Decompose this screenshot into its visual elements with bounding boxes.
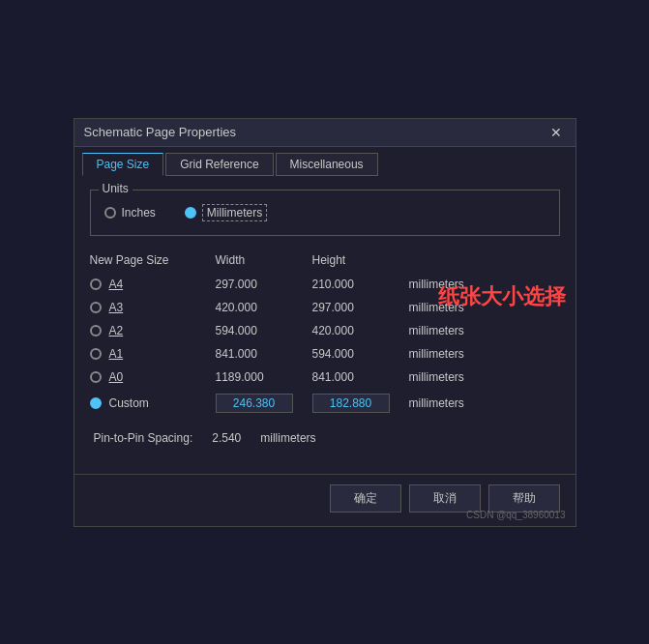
a4-width: 297.000 bbox=[216, 278, 312, 291]
a0-radio[interactable] bbox=[90, 371, 102, 383]
a3-label: A3 bbox=[109, 301, 124, 314]
tab-page-size[interactable]: Page Size bbox=[82, 153, 164, 176]
a0-unit: millimeters bbox=[409, 370, 560, 384]
cancel-button[interactable]: 取消 bbox=[409, 484, 481, 512]
pin-spacing-row: Pin-to-Pin Spacing: 2.540 millimeters bbox=[90, 431, 560, 445]
pin-spacing-label: Pin-to-Pin Spacing: bbox=[94, 431, 193, 445]
units-group-label: Units bbox=[99, 182, 133, 195]
tab-grid-reference[interactable]: Grid Reference bbox=[165, 153, 273, 176]
dialog: Schematic Page Properties ✕ Page Size Gr… bbox=[74, 118, 576, 527]
millimeters-radio[interactable] bbox=[185, 207, 196, 219]
row-label-a4[interactable]: A4 bbox=[90, 278, 216, 291]
custom-unit: millimeters bbox=[409, 396, 560, 410]
a4-radio[interactable] bbox=[90, 278, 102, 290]
a1-label: A1 bbox=[109, 347, 124, 361]
a2-radio[interactable] bbox=[90, 325, 102, 337]
table-row: A2 594.000 420.000 millimeters bbox=[90, 319, 560, 342]
a2-unit: millimeters bbox=[409, 324, 560, 337]
col-width-header: Width bbox=[216, 253, 312, 267]
table-row: Custom millimeters bbox=[90, 389, 560, 418]
row-label-a1[interactable]: A1 bbox=[90, 347, 216, 361]
row-label-a2[interactable]: A2 bbox=[90, 324, 216, 337]
col-page-size-header: New Page Size bbox=[90, 253, 216, 267]
row-label-custom[interactable]: Custom bbox=[90, 396, 216, 410]
row-label-a3[interactable]: A3 bbox=[90, 301, 216, 314]
content-area: Units Inches Millimeters 纸张大小选择 New Page… bbox=[74, 176, 575, 474]
dialog-title: Schematic Page Properties bbox=[84, 125, 237, 139]
watermark: CSDN @qq_38960013 bbox=[466, 510, 565, 520]
confirm-button[interactable]: 确定 bbox=[330, 484, 401, 512]
a1-height: 594.000 bbox=[312, 347, 409, 361]
a0-height: 841.000 bbox=[312, 370, 409, 384]
col-unit-header bbox=[409, 253, 560, 267]
custom-label: Custom bbox=[109, 396, 149, 410]
a4-label: A4 bbox=[109, 278, 124, 291]
a3-width: 420.000 bbox=[216, 301, 312, 314]
inches-option[interactable]: Inches bbox=[104, 206, 156, 220]
units-group: Units Inches Millimeters bbox=[90, 190, 560, 236]
a4-height: 210.000 bbox=[312, 278, 409, 291]
custom-width-input[interactable] bbox=[216, 394, 293, 413]
inches-label: Inches bbox=[122, 206, 156, 220]
a3-radio[interactable] bbox=[90, 302, 102, 313]
table-row: A1 841.000 594.000 millimeters bbox=[90, 342, 560, 366]
a1-radio[interactable] bbox=[90, 348, 102, 360]
a2-height: 420.000 bbox=[312, 324, 409, 337]
chinese-annotation: 纸张大小选择 bbox=[438, 282, 566, 311]
a2-label: A2 bbox=[109, 324, 124, 337]
table-row: A0 1189.000 841.000 millimeters bbox=[90, 366, 560, 389]
close-button[interactable]: ✕ bbox=[546, 125, 566, 140]
a0-label: A0 bbox=[109, 370, 124, 384]
inches-radio[interactable] bbox=[104, 207, 116, 219]
a0-width: 1189.000 bbox=[216, 370, 312, 384]
page-size-table: New Page Size Width Height A4 297.000 21… bbox=[90, 249, 560, 418]
tab-miscellaneous[interactable]: Miscellaneous bbox=[276, 153, 378, 176]
row-label-a0[interactable]: A0 bbox=[90, 370, 216, 384]
pin-spacing-value: 2.540 bbox=[212, 431, 241, 445]
units-radio-group: Inches Millimeters bbox=[104, 200, 546, 221]
table-header: New Page Size Width Height bbox=[90, 249, 560, 273]
tabs-container: Page Size Grid Reference Miscellaneous bbox=[74, 147, 575, 176]
a1-width: 841.000 bbox=[216, 347, 312, 361]
custom-height-input[interactable] bbox=[312, 394, 390, 413]
millimeters-option[interactable]: Millimeters bbox=[185, 204, 267, 221]
col-height-header: Height bbox=[312, 253, 409, 267]
pin-spacing-unit: millimeters bbox=[260, 431, 315, 445]
a3-height: 297.000 bbox=[312, 301, 409, 314]
help-button[interactable]: 帮助 bbox=[488, 484, 560, 512]
a2-width: 594.000 bbox=[216, 324, 312, 337]
custom-radio[interactable] bbox=[90, 397, 102, 409]
a1-unit: millimeters bbox=[409, 347, 560, 361]
title-bar: Schematic Page Properties ✕ bbox=[74, 119, 575, 147]
millimeters-label: Millimeters bbox=[202, 204, 267, 221]
